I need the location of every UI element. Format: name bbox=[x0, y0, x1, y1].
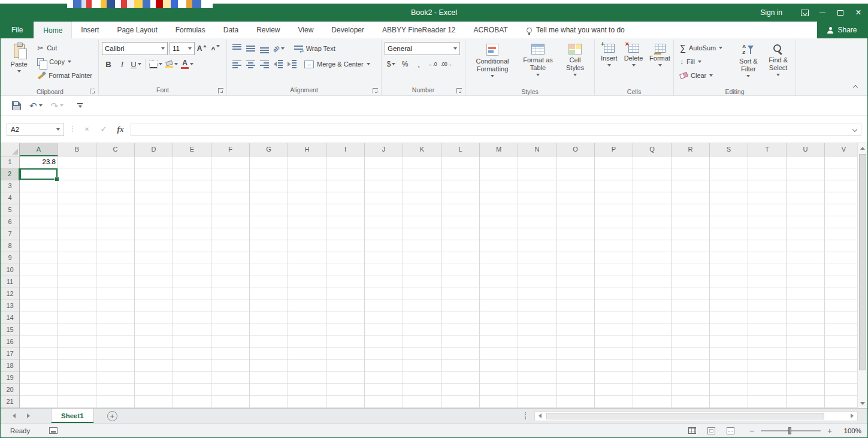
cell-U6[interactable] bbox=[787, 216, 825, 228]
cell-P2[interactable] bbox=[595, 168, 633, 180]
insert-cells-button[interactable]: + Insert bbox=[598, 41, 621, 88]
row-header-4[interactable]: 4 bbox=[1, 192, 20, 204]
cell-O4[interactable] bbox=[557, 192, 595, 204]
cell-V17[interactable] bbox=[825, 348, 857, 360]
cell-R21[interactable] bbox=[672, 396, 710, 408]
column-header-T[interactable]: T bbox=[748, 143, 787, 156]
clear-dropdown-caret[interactable] bbox=[709, 74, 713, 77]
cell-G5[interactable] bbox=[250, 204, 288, 216]
cell-R2[interactable] bbox=[672, 168, 710, 180]
cell-C9[interactable] bbox=[96, 252, 135, 264]
cell-G18[interactable] bbox=[250, 360, 288, 372]
formula-input[interactable] bbox=[131, 123, 849, 135]
cell-P9[interactable] bbox=[595, 252, 633, 264]
close-button[interactable]: × bbox=[849, 4, 867, 22]
conditional-formatting-button[interactable]: Conditional Formatting bbox=[468, 41, 516, 88]
horizontal-scroll-thumb[interactable] bbox=[546, 413, 824, 419]
cell-E7[interactable] bbox=[173, 228, 211, 240]
cell-D14[interactable] bbox=[135, 312, 173, 324]
font-size-combo[interactable]: 11 bbox=[170, 42, 195, 55]
cell-C4[interactable] bbox=[96, 192, 135, 204]
cell-Q18[interactable] bbox=[633, 360, 672, 372]
cell-L8[interactable] bbox=[441, 240, 480, 252]
scroll-up-button[interactable] bbox=[858, 143, 867, 153]
merge-center-dropdown-caret[interactable] bbox=[367, 63, 370, 65]
cell-S2[interactable] bbox=[710, 168, 748, 180]
cell-E8[interactable] bbox=[173, 240, 211, 252]
cell-O20[interactable] bbox=[557, 384, 595, 396]
cell-B21[interactable] bbox=[58, 396, 96, 408]
cell-D9[interactable] bbox=[135, 252, 173, 264]
column-header-P[interactable]: P bbox=[595, 143, 633, 156]
cell-J17[interactable] bbox=[365, 348, 403, 360]
cell-I4[interactable] bbox=[326, 192, 365, 204]
cell-Q12[interactable] bbox=[633, 288, 672, 300]
cell-I6[interactable] bbox=[326, 216, 365, 228]
format-painter-button[interactable]: Format Painter bbox=[34, 69, 95, 82]
cell-H11[interactable] bbox=[288, 276, 326, 288]
cell-O16[interactable] bbox=[557, 336, 595, 348]
cell-U19[interactable] bbox=[787, 372, 825, 384]
cell-T9[interactable] bbox=[748, 252, 787, 264]
previous-sheet-button[interactable] bbox=[7, 409, 21, 423]
row-header-15[interactable]: 15 bbox=[1, 324, 20, 336]
row-header-11[interactable]: 11 bbox=[1, 276, 20, 288]
cell-E10[interactable] bbox=[173, 264, 211, 276]
cell-A4[interactable] bbox=[20, 192, 58, 204]
cell-I10[interactable] bbox=[326, 264, 365, 276]
cell-H21[interactable] bbox=[288, 396, 326, 408]
cell-K18[interactable] bbox=[403, 360, 441, 372]
cell-G9[interactable] bbox=[250, 252, 288, 264]
cell-F5[interactable] bbox=[211, 204, 250, 216]
cell-S16[interactable] bbox=[710, 336, 748, 348]
delete-dropdown-caret[interactable] bbox=[632, 64, 636, 67]
comma-style-button[interactable]: , bbox=[412, 58, 425, 71]
cell-T19[interactable] bbox=[748, 372, 787, 384]
cell-B6[interactable] bbox=[58, 216, 96, 228]
cell-D13[interactable] bbox=[135, 300, 173, 312]
cell-I7[interactable] bbox=[326, 228, 365, 240]
cell-C18[interactable] bbox=[96, 360, 135, 372]
cell-E19[interactable] bbox=[173, 372, 211, 384]
cell-Q8[interactable] bbox=[633, 240, 672, 252]
cell-H14[interactable] bbox=[288, 312, 326, 324]
cell-H3[interactable] bbox=[288, 180, 326, 192]
cell-J3[interactable] bbox=[365, 180, 403, 192]
cell-H17[interactable] bbox=[288, 348, 326, 360]
cell-F7[interactable] bbox=[211, 228, 250, 240]
cell-T11[interactable] bbox=[748, 276, 787, 288]
column-header-Q[interactable]: Q bbox=[633, 143, 672, 156]
cell-P8[interactable] bbox=[595, 240, 633, 252]
cell-S14[interactable] bbox=[710, 312, 748, 324]
column-header-G[interactable]: G bbox=[250, 143, 288, 156]
row-header-6[interactable]: 6 bbox=[1, 216, 20, 228]
tab-page-layout[interactable]: Page Layout bbox=[108, 22, 166, 38]
cell-L20[interactable] bbox=[441, 384, 480, 396]
cell-P18[interactable] bbox=[595, 360, 633, 372]
cell-F11[interactable] bbox=[211, 276, 250, 288]
cell-J16[interactable] bbox=[365, 336, 403, 348]
cell-N6[interactable] bbox=[518, 216, 557, 228]
cell-T14[interactable] bbox=[748, 312, 787, 324]
cell-J10[interactable] bbox=[365, 264, 403, 276]
cell-J9[interactable] bbox=[365, 252, 403, 264]
cell-E6[interactable] bbox=[173, 216, 211, 228]
cell-S3[interactable] bbox=[710, 180, 748, 192]
cell-H7[interactable] bbox=[288, 228, 326, 240]
number-format-combo[interactable]: General bbox=[385, 42, 460, 55]
cell-I19[interactable] bbox=[326, 372, 365, 384]
tab-view[interactable]: View bbox=[289, 22, 323, 38]
cell-S19[interactable] bbox=[710, 372, 748, 384]
cell-R13[interactable] bbox=[672, 300, 710, 312]
cell-Q13[interactable] bbox=[633, 300, 672, 312]
cell-C19[interactable] bbox=[96, 372, 135, 384]
cell-T2[interactable] bbox=[748, 168, 787, 180]
cell-B2[interactable] bbox=[58, 168, 96, 180]
cell-V12[interactable] bbox=[825, 288, 857, 300]
cell-I14[interactable] bbox=[326, 312, 365, 324]
cell-styles-button[interactable]: Cell Styles bbox=[559, 41, 591, 88]
cell-S5[interactable] bbox=[710, 204, 748, 216]
cell-I2[interactable] bbox=[326, 168, 365, 180]
cell-B18[interactable] bbox=[58, 360, 96, 372]
cell-V9[interactable] bbox=[825, 252, 857, 264]
